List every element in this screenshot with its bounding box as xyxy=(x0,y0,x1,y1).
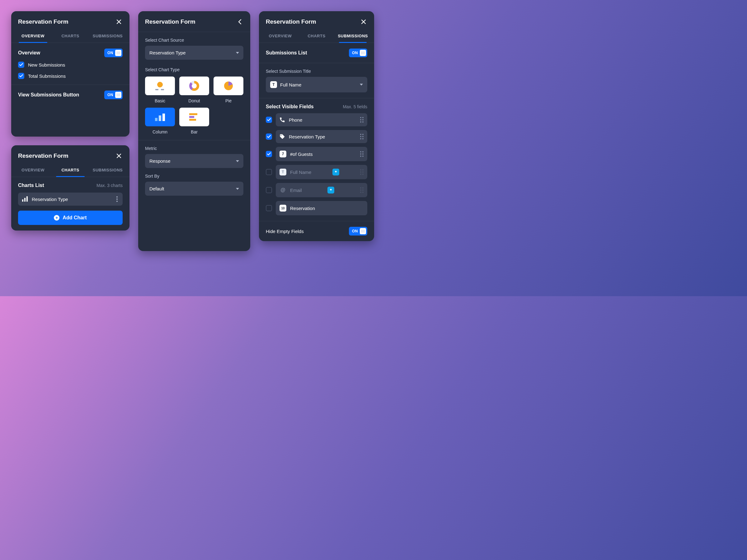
chart-type-column[interactable]: Column xyxy=(145,108,175,134)
close-icon[interactable] xyxy=(115,18,123,26)
add-chart-button[interactable]: Add Chart xyxy=(18,211,123,225)
chart-type-pie[interactable]: Pie xyxy=(213,77,243,103)
field-label: Full Name xyxy=(290,169,311,175)
opt-new-label: New Submissions xyxy=(28,62,65,68)
calendar-icon: 10 xyxy=(280,205,286,212)
view-submissions-toggle[interactable]: ON xyxy=(104,90,123,99)
chart-source-label: Select Chart Source xyxy=(145,38,243,43)
chevron-down-icon xyxy=(236,52,239,54)
basic-chart-icon xyxy=(145,77,175,95)
svg-rect-0 xyxy=(22,199,23,202)
toggle-knob-icon xyxy=(360,50,366,56)
checkbox-unchecked-icon[interactable] xyxy=(266,169,272,175)
back-icon[interactable] xyxy=(236,18,243,26)
column-chart-icon xyxy=(145,108,175,126)
drag-handle-icon[interactable] xyxy=(360,134,364,139)
field-label: Email xyxy=(290,188,302,193)
tabs: OVERVIEW CHARTS SUBMISSIONS xyxy=(11,30,129,43)
tab-submissions[interactable]: SUBMISSIONS xyxy=(89,30,126,43)
at-icon: @ xyxy=(280,187,286,193)
drag-handle-icon xyxy=(360,187,364,193)
add-chart-label: Add Chart xyxy=(62,215,86,220)
field-label: Reservation xyxy=(290,206,315,211)
field-pill[interactable]: Phone xyxy=(276,113,367,126)
submission-title-section: Select Submission Title T Full Name xyxy=(259,63,374,98)
toggle-knob-icon xyxy=(360,228,366,234)
number-icon: 7 xyxy=(280,151,286,157)
checkbox-unchecked-icon[interactable] xyxy=(266,205,272,211)
drag-handle-icon[interactable] xyxy=(360,117,364,123)
column-chart-icon xyxy=(22,196,28,202)
tab-submissions[interactable]: SUBMISSIONS xyxy=(335,30,371,43)
checkbox-checked-icon[interactable] xyxy=(266,151,272,157)
tab-submissions[interactable]: SUBMISSIONS xyxy=(89,164,126,177)
close-icon[interactable] xyxy=(360,18,367,26)
phone-icon xyxy=(280,117,285,123)
tag-icon xyxy=(280,134,285,139)
field-pill[interactable]: @ Email xyxy=(276,183,367,197)
overview-section: Overview ON New Submissions Total Submis… xyxy=(11,43,129,85)
submission-title-select[interactable]: T Full Name xyxy=(266,77,367,92)
panel-submissions: Reservation Form OVERVIEW CHARTS SUBMISS… xyxy=(259,11,374,241)
tab-charts[interactable]: CHARTS xyxy=(52,30,89,43)
hide-empty-toggle[interactable]: ON xyxy=(349,227,367,236)
chart-source-select[interactable]: Reservation Type xyxy=(145,46,243,60)
toggle-label: ON xyxy=(107,93,113,97)
svg-rect-13 xyxy=(189,113,197,115)
tabs: OVERVIEW CHARTS SUBMISSIONS xyxy=(11,164,129,177)
chart-list-item[interactable]: Reservation Type xyxy=(18,193,123,206)
toggle-label: ON xyxy=(107,51,113,55)
checkbox-checked-icon[interactable] xyxy=(266,133,272,140)
tab-overview[interactable]: OVERVIEW xyxy=(262,30,299,43)
field-email: @ Email xyxy=(266,183,367,197)
opt-new-submissions[interactable]: New Submissions xyxy=(18,61,123,68)
chevron-down-icon xyxy=(360,84,363,85)
toggle-label: ON xyxy=(352,51,358,55)
svg-rect-15 xyxy=(189,119,196,121)
field-pill[interactable]: Reservation Type xyxy=(276,130,367,143)
chart-source-section: Select Chart Source Reservation Type xyxy=(138,32,250,61)
submissions-toggle[interactable]: ON xyxy=(349,49,367,57)
toggle-knob-icon xyxy=(115,92,121,98)
tab-charts[interactable]: CHARTS xyxy=(52,164,89,177)
overview-title: Overview xyxy=(18,50,40,56)
hide-empty-section: Hide Empty Fields ON xyxy=(259,221,374,241)
tab-charts[interactable]: CHARTS xyxy=(299,30,335,43)
panel-charts: Reservation Form OVERVIEW CHARTS SUBMISS… xyxy=(11,145,129,231)
checkbox-checked-icon xyxy=(18,61,24,68)
chart-type-label: Select Chart Type xyxy=(145,67,243,72)
panel-header: Reservation Form xyxy=(138,11,250,32)
panel-chart-config: Reservation Form Select Chart Source Res… xyxy=(138,11,250,251)
type-basic-label: Basic xyxy=(155,98,165,103)
chart-type-basic[interactable]: Basic xyxy=(145,77,175,103)
tab-overview[interactable]: OVERVIEW xyxy=(14,30,52,43)
chart-type-section: Select Chart Type Basic xyxy=(138,61,250,140)
panel-title: Reservation Form xyxy=(18,18,69,25)
field-pill[interactable]: T Full Name xyxy=(276,165,367,179)
submissions-list-section: Submissions List ON xyxy=(259,43,374,63)
info-badge-icon[interactable] xyxy=(332,169,339,176)
type-donut-label: Donut xyxy=(188,98,200,103)
opt-total-submissions[interactable]: Total Submissions xyxy=(18,73,123,79)
info-badge-icon[interactable] xyxy=(328,187,334,193)
panel-header: Reservation Form xyxy=(11,11,129,30)
checkbox-unchecked-icon[interactable] xyxy=(266,187,272,193)
tab-overview[interactable]: OVERVIEW xyxy=(14,164,52,177)
metric-select[interactable]: Response xyxy=(145,154,243,168)
checkbox-checked-icon[interactable] xyxy=(266,117,272,123)
chart-type-donut[interactable]: Donut xyxy=(179,77,209,103)
checkbox-checked-icon xyxy=(18,73,24,79)
drag-handle-icon[interactable] xyxy=(360,151,364,157)
svg-rect-10 xyxy=(155,118,157,121)
charts-list-title: Charts List xyxy=(18,183,44,188)
panel-title: Reservation Form xyxy=(145,18,196,25)
field-pill[interactable]: 10 Reservation xyxy=(276,201,367,215)
overview-toggle[interactable]: ON xyxy=(104,49,123,57)
chart-type-bar[interactable]: Bar xyxy=(179,108,209,134)
close-icon[interactable] xyxy=(115,152,123,160)
field-pill[interactable]: 7 #of Guests xyxy=(276,147,367,161)
toggle-label: ON xyxy=(352,229,358,233)
sort-select[interactable]: Default xyxy=(145,182,243,196)
type-pie-label: Pie xyxy=(225,98,232,103)
more-icon[interactable] xyxy=(114,196,120,202)
